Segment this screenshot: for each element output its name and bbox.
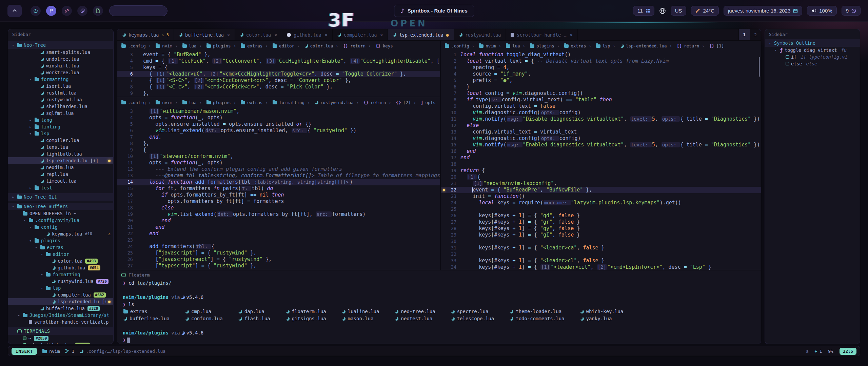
tree-item[interactable]: ▾ Neo-Tree Buffers: [8, 203, 113, 210]
breadcrumb-segment[interactable]: [2]: [386, 100, 411, 105]
tree-item[interactable]: winshift.lua: [8, 62, 113, 69]
code-line[interactable]: 4 source = "if_many",: [441, 71, 761, 77]
chevron-icon[interactable]: ▾: [40, 252, 44, 257]
tree-item[interactable]: ▾ .config/nvim/lua: [8, 217, 113, 224]
tree-item[interactable]: neodim.lua: [8, 164, 113, 171]
code-line[interactable]: 26 keys[#keys + 1] = { "gd", false }: [441, 212, 761, 219]
chevron-icon[interactable]: ▸: [28, 118, 33, 122]
breadcrumb-segment[interactable]: return: [667, 43, 699, 48]
code-line[interactable]: 15 vim.notify(msg: "Enabled diagnostics …: [441, 142, 761, 148]
code-line[interactable]: 24 local keys = require(modname: "lazyvi…: [441, 200, 761, 206]
code-line[interactable]: 4 cmd = { [1]"CccPick", [2]"CccConvert",…: [117, 58, 440, 64]
code-line[interactable]: 3 [1]"williamboman/mason.nvim",: [117, 108, 440, 115]
code-line[interactable]: 16 if opts.formatters_by_ft[ft] == nil t…: [117, 192, 440, 198]
tree-item[interactable]: repl.lua: [8, 171, 113, 178]
code-line[interactable]: 25 ["javascript"] = { "rustywind" },: [117, 250, 440, 256]
code-line[interactable]: 6 { [1]"<leader>uC", [2]"<cmd>CccHighlig…: [117, 71, 440, 77]
tree-item[interactable]: ~/.c/n/l/plugins #3980: [8, 342, 113, 344]
breadcrumb-segment[interactable]: .config: [121, 43, 146, 48]
tree-item[interactable]: ▾ lsp: [8, 130, 113, 137]
chevron-icon[interactable]: ▾: [40, 286, 44, 290]
tree-item[interactable]: ▾ formatting: [8, 271, 113, 278]
weather-widget[interactable]: 24°C: [691, 6, 719, 16]
tree-item[interactable]: compiler.lua #682: [8, 291, 113, 298]
buffer-tab[interactable]: scrollbar-handle-… ×: [506, 29, 577, 40]
outline-item[interactable]: else else: [765, 60, 860, 67]
tree-item[interactable]: ▸ Neo-Tree Git: [8, 193, 113, 201]
terminal[interactable]: ❯ cd lua/plugins/ nvim/lua/plugins viav5…: [117, 279, 761, 344]
buffer-tab[interactable]: github.lua ×: [282, 29, 332, 40]
buffer-tab[interactable]: bufferline.lua ×: [174, 29, 235, 40]
code-line[interactable]: 18: [441, 161, 761, 167]
tree-item[interactable]: worktree.lua: [8, 69, 113, 76]
breadcrumb-segment[interactable]: .config: [445, 43, 469, 48]
code-line[interactable]: 17 end: [441, 155, 761, 161]
breadcrumb-segment[interactable]: rustywind.lua: [304, 100, 353, 105]
chevron-icon[interactable]: ▸: [17, 313, 21, 318]
tree-item[interactable]: lightbulb.lua: [8, 150, 113, 157]
code-line[interactable]: 11 vim.notify(msg: "Disable diagnostics …: [441, 116, 761, 122]
breadcrumb-segment[interactable]: extras: [554, 43, 586, 48]
code-line[interactable]: 23 init = function(): [441, 193, 761, 200]
code-line[interactable]: 9 config.virtual_text = false: [441, 103, 761, 109]
breadcrumb-segment[interactable]: plugins: [520, 43, 554, 48]
breadcrumb-segment[interactable]: plugins: [196, 43, 231, 48]
tree-item[interactable]: scrollbar-handle-vertical.p: [8, 319, 113, 325]
tree-item[interactable]: ▾ editor: [8, 251, 113, 258]
tab-close-icon[interactable]: ×: [274, 32, 277, 38]
tree-item[interactable]: lens.lua: [8, 144, 113, 150]
breadcrumb-segment[interactable]: nvim: [146, 43, 173, 48]
tree-item[interactable]: smart-splits.lua: [8, 49, 113, 56]
code-line[interactable]: 3 event = { "BufRead" },: [117, 52, 440, 58]
code-line[interactable]: 26 ["javascriptreact"] = { "rustywind" }…: [117, 256, 440, 263]
tree-item[interactable]: ▸ lang: [8, 117, 113, 123]
clock-widget[interactable]: jueves, noviembre 16, 2023: [724, 6, 802, 16]
breadcrumb-segment[interactable]: lua: [496, 43, 520, 48]
tree-item[interactable]: TERMINALS: [8, 327, 113, 335]
code-line[interactable]: 3 spacing = 4,: [441, 64, 761, 71]
breadcrumb-segment[interactable]: editor: [262, 43, 294, 48]
breadcrumb-segment[interactable]: return: [333, 43, 366, 48]
tree-item[interactable]: ▾ lsp: [8, 285, 113, 291]
breadcrumb-segment[interactable]: lua: [172, 43, 196, 48]
code-line[interactable]: 20 end: [117, 218, 440, 224]
code-line[interactable]: 5 opts.ensure_installed = opts.ensure_in…: [117, 121, 440, 127]
chevron-icon[interactable]: ▾: [28, 225, 33, 229]
code-area[interactable]: 3 [1]"williamboman/mason.nvim", 4 opts =…: [117, 107, 440, 270]
code-line[interactable]: 9 {: [117, 147, 440, 153]
code-line[interactable]: 12 --- Extend the conform plugin config …: [117, 166, 440, 172]
code-line[interactable]: 10 vim.diagnostic.config(opts: config): [441, 109, 761, 116]
breadcrumb-segment[interactable]: .config: [121, 100, 146, 105]
tree-item[interactable]: rustywind.lua #726: [8, 278, 113, 285]
tree-item[interactable]: isort.lua: [8, 83, 113, 89]
outline-item[interactable]: ▾ toggle_diag_virtext fu: [765, 47, 860, 54]
tree-item[interactable]: rustywind.lua: [8, 96, 113, 103]
tree-item[interactable]: ▾ extras: [8, 244, 113, 251]
breadcrumb-segment[interactable]: return: [354, 100, 386, 105]
tab-close-icon[interactable]: ×: [227, 32, 230, 38]
breadcrumb-segment[interactable]: plugins: [196, 100, 231, 105]
code-line[interactable]: 5 prefix = "●",: [441, 77, 761, 84]
code-line[interactable]: 29 keys[#keys + 1] = { "gI", false }: [441, 232, 761, 238]
breadcrumb-segment[interactable]: extras: [231, 100, 263, 105]
outline-header[interactable]: ▾ Symbols Outline: [765, 39, 860, 47]
workspace-indicator[interactable]: 11: [633, 6, 654, 16]
code-line[interactable]: 32: [441, 251, 761, 258]
tab-close-icon[interactable]: ×: [570, 32, 573, 38]
tree-item[interactable]: ▸ Juegos/Indies/SteamLibrary/st: [8, 312, 113, 319]
code-line[interactable]: 33 keys[#keys + 1] = { "<leader>cl", fal…: [441, 258, 761, 264]
buffer-tab[interactable]: rustywind.lua: [454, 29, 506, 40]
code-line[interactable]: 23: [117, 237, 440, 243]
code-line[interactable]: 1 local function toggle_diag_virtext(): [441, 52, 761, 58]
code-area[interactable]: 1 local function toggle_diag_virtext() 2…: [441, 51, 761, 270]
code-line[interactable]: 11 opts = function(_, opts): [117, 160, 440, 166]
tree-item[interactable]: sqlfmt.lua: [8, 110, 113, 117]
code-line[interactable]: 19 return {: [441, 167, 761, 174]
code-line[interactable]: 20 [1]{: [441, 174, 761, 180]
code-line[interactable]: 4 opts = function(_, opts): [117, 115, 440, 121]
file-button[interactable]: [93, 6, 103, 16]
code-line[interactable]: 25: [441, 206, 761, 212]
launcher-button[interactable]: [7, 5, 22, 17]
chevron-icon[interactable]: ▸: [28, 186, 33, 190]
chevron-icon[interactable]: ▾: [11, 204, 15, 209]
